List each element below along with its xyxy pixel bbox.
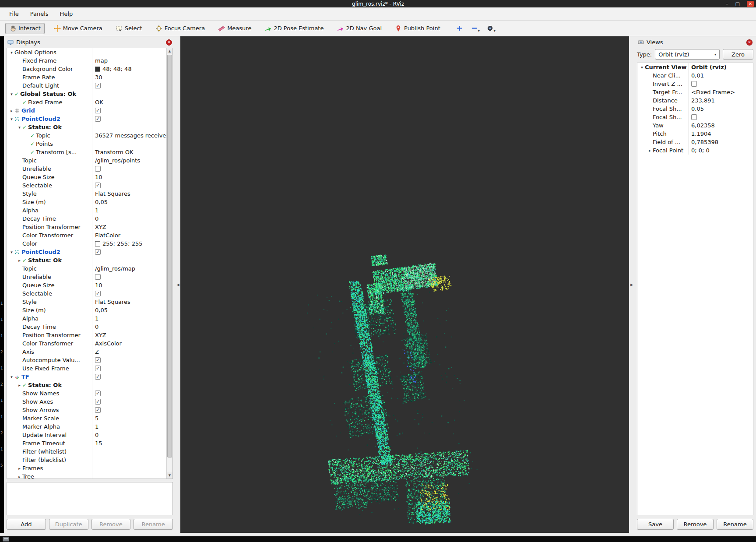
remove-tool-button[interactable]: ▾	[470, 23, 481, 33]
property-value[interactable]: <Fixed Frame>	[691, 89, 735, 95]
property-value[interactable]: Z	[95, 348, 99, 355]
property-value[interactable]: 1,1904	[691, 130, 711, 137]
tool-interact[interactable]: Interact	[5, 23, 45, 34]
property-row-current-view[interactable]: ▾Current ViewOrbit (rviz)	[637, 63, 753, 71]
property-value[interactable]: XYZ	[95, 332, 106, 338]
property-row-alpha[interactable]: Alpha1	[7, 314, 166, 323]
dropdown-caret-icon[interactable]: ▾	[494, 29, 496, 33]
rename-button[interactable]: Rename	[134, 519, 173, 530]
expander-open-icon[interactable]: ▾	[9, 117, 14, 121]
checkbox-checked[interactable]: ✓	[95, 391, 101, 396]
property-row-autocompute-valu-[interactable]: Autocompute Valu...✓	[7, 356, 166, 364]
checkbox-checked[interactable]: ✓	[95, 357, 101, 363]
property-row-invert-z-[interactable]: Invert Z ...	[637, 80, 753, 88]
property-row-topic[interactable]: ✓Topic36527 messages received	[7, 131, 166, 140]
property-row-focal-sh-[interactable]: Focal Sh...0,05	[637, 105, 753, 113]
expander-closed-icon[interactable]: ▸	[17, 258, 22, 263]
property-row-background-color[interactable]: Background Color48; 48; 48	[7, 65, 166, 73]
property-value[interactable]: 0	[95, 432, 98, 438]
property-row-color-transformer[interactable]: Color TransformerAxisColor	[7, 339, 166, 348]
property-value[interactable]: 0,05	[95, 199, 108, 205]
property-row-tree[interactable]: ▸Tree	[7, 472, 166, 479]
maximize-button[interactable]: ▢	[735, 2, 740, 6]
property-row-axis[interactable]: AxisZ	[7, 348, 166, 356]
zero-button[interactable]: Zero	[723, 49, 753, 60]
property-value[interactable]: XYZ	[95, 224, 106, 230]
expander-closed-icon[interactable]: ▸	[17, 475, 22, 479]
property-row-target-fr-[interactable]: Target Fr...<Fixed Frame>	[637, 88, 753, 96]
property-value[interactable]: FlatColor	[95, 232, 120, 239]
checkbox-checked[interactable]: ✓	[95, 407, 101, 413]
dropdown-caret-icon[interactable]: ▾	[478, 29, 480, 33]
property-row-points[interactable]: ✓Points	[7, 140, 166, 148]
minimize-button[interactable]: –	[726, 2, 728, 6]
property-row-status-ok[interactable]: ▸✓Status: Ok	[7, 381, 166, 389]
checkbox-checked[interactable]: ✓	[95, 374, 101, 380]
checkbox-checked[interactable]: ✓	[95, 291, 101, 296]
collapse-left-icon[interactable]: ◀	[176, 283, 179, 287]
collapse-right-icon[interactable]: ▶	[630, 283, 633, 287]
property-value[interactable]: 30	[95, 74, 102, 81]
property-value[interactable]: 36527 messages received	[95, 132, 166, 139]
tool-measure[interactable]: Measure	[214, 23, 255, 34]
taskbar-window-icon[interactable]	[3, 537, 9, 542]
property-row-decay-time[interactable]: Decay Time0	[7, 215, 166, 223]
property-value[interactable]: 10	[95, 174, 102, 180]
property-value[interactable]: 1	[95, 315, 98, 322]
property-row-field-of-[interactable]: Field of ...0,785398	[637, 138, 753, 146]
property-value[interactable]: Orbit (rviz)	[691, 64, 727, 70]
property-value[interactable]: map	[95, 57, 108, 64]
expander-open-icon[interactable]: ▾	[17, 125, 22, 130]
property-value[interactable]: 0	[95, 215, 98, 222]
checkbox-unchecked[interactable]	[95, 166, 101, 172]
property-value[interactable]: Flat Squares	[95, 190, 130, 197]
displays-scrollbar[interactable]: ▲ ▼	[166, 48, 172, 479]
close-window-button[interactable]: ✕	[747, 1, 754, 7]
scroll-up-icon[interactable]: ▲	[167, 48, 172, 54]
property-value[interactable]: 15	[95, 440, 102, 447]
checkbox-checked[interactable]: ✓	[95, 399, 101, 405]
property-row-use-fixed-frame[interactable]: Use Fixed Frame✓	[7, 364, 166, 373]
property-row-global-status-ok[interactable]: ▾✓Global Status: Ok	[7, 90, 166, 98]
property-row-frame-timeout[interactable]: Frame Timeout15	[7, 439, 166, 447]
expander-open-icon[interactable]: ▾	[9, 250, 14, 254]
property-value[interactable]: 0,05	[95, 307, 108, 313]
checkbox-checked[interactable]: ✓	[95, 183, 101, 188]
close-displays-panel-button[interactable]: ✕	[166, 39, 172, 46]
property-value[interactable]: 10	[95, 282, 102, 289]
menu-panels[interactable]: Panels	[25, 9, 54, 19]
property-row-transform-s-[interactable]: ✓Transform [s...Transform OK	[7, 148, 166, 156]
collapse-right-handle[interactable]: ▶	[629, 36, 634, 533]
property-row-position-transformer[interactable]: Position TransformerXYZ	[7, 223, 166, 231]
property-row-fixed-frame[interactable]: ✓Fixed FrameOK	[7, 98, 166, 106]
rename-button[interactable]: Rename	[717, 519, 753, 530]
property-row-update-interval[interactable]: Update Interval0	[7, 431, 166, 439]
tool-2d-nav-goal[interactable]: 2D Nav Goal	[333, 23, 386, 34]
property-row-marker-scale[interactable]: Marker Scale5	[7, 414, 166, 422]
property-row-size-m-[interactable]: Size (m)0,05	[7, 198, 166, 206]
property-row-marker-alpha[interactable]: Marker Alpha1	[7, 422, 166, 431]
property-row-distance[interactable]: Distance233,891	[637, 96, 753, 105]
property-row-focal-point[interactable]: ▸Focal Point0; 0; 0	[637, 146, 753, 155]
camera-tool-button[interactable]: ▾	[485, 23, 497, 33]
property-row-style[interactable]: StyleFlat Squares	[7, 190, 166, 198]
remove-button[interactable]: Remove	[677, 519, 714, 530]
property-row-pointcloud2[interactable]: ▾PointCloud2✓	[7, 115, 166, 123]
property-row-focal-sh-[interactable]: Focal Sh...	[637, 113, 753, 121]
expander-closed-icon[interactable]: ▸	[9, 109, 14, 113]
duplicate-button[interactable]: Duplicate	[49, 519, 88, 530]
property-value[interactable]: Flat Squares	[95, 299, 130, 305]
property-row-filter-blacklist-[interactable]: Filter (blacklist)	[7, 456, 166, 464]
property-row-unreliable[interactable]: Unreliable	[7, 165, 166, 173]
property-row-show-axes[interactable]: Show Axes✓	[7, 398, 166, 406]
add-tool-button[interactable]	[454, 23, 465, 33]
tool-2d-pose-estimate[interactable]: 2D Pose Estimate	[260, 23, 327, 34]
property-row-color-transformer[interactable]: Color TransformerFlatColor	[7, 231, 166, 239]
property-row-show-names[interactable]: Show Names✓	[7, 389, 166, 398]
property-row-filter-whitelist-[interactable]: Filter (whitelist)	[7, 447, 166, 456]
property-value[interactable]: Transform OK	[95, 149, 134, 155]
add-button[interactable]: Add	[7, 519, 46, 530]
property-row-pitch[interactable]: Pitch1,1904	[637, 130, 753, 138]
property-row-status-ok[interactable]: ▾✓Status: Ok	[7, 123, 166, 131]
property-row-topic[interactable]: Topic/glim_ros/points	[7, 156, 166, 165]
